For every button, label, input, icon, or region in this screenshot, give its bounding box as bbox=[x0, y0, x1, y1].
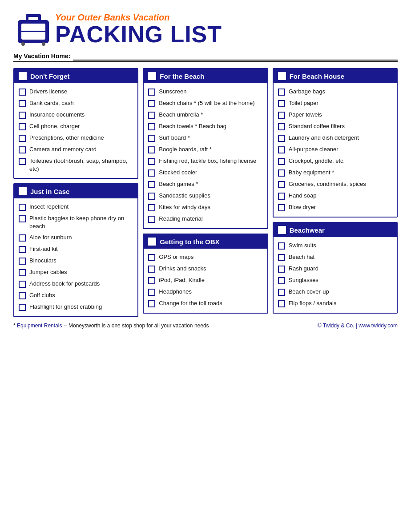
section-dont-forget: Don't Forget Drivers license Bank cards,… bbox=[13, 68, 138, 179]
item-text: Golf clubs bbox=[29, 291, 55, 299]
checkbox[interactable] bbox=[148, 204, 155, 211]
list-item: First-aid kit bbox=[19, 243, 133, 255]
checkbox[interactable] bbox=[19, 258, 26, 265]
checkbox[interactable] bbox=[19, 135, 26, 142]
item-text: GPS or maps bbox=[159, 253, 193, 261]
checkbox[interactable] bbox=[278, 277, 285, 284]
list-item: Beach towels * Beach bag bbox=[148, 121, 262, 132]
list-item: Standard coffee filters bbox=[278, 121, 392, 132]
header-checkbox-beachwear[interactable] bbox=[278, 226, 286, 234]
svg-rect-3 bbox=[38, 14, 41, 21]
checkbox[interactable] bbox=[148, 300, 155, 307]
header-text: Your Outer Banks Vacation PACKING LIST bbox=[55, 12, 222, 46]
checkbox[interactable] bbox=[278, 266, 285, 273]
svg-point-6 bbox=[21, 42, 25, 46]
checkbox[interactable] bbox=[148, 181, 155, 188]
checkbox[interactable] bbox=[148, 277, 155, 284]
list-item: Binoculars bbox=[19, 255, 133, 266]
item-text: Sunglasses bbox=[289, 276, 318, 284]
checkbox[interactable] bbox=[19, 215, 26, 222]
list-item: Surf board * bbox=[148, 132, 262, 144]
checkbox[interactable] bbox=[19, 146, 26, 153]
section-for-beach-house: For Beach House Garbage bags Toilet pape… bbox=[273, 68, 398, 218]
item-text: Sandcastle supplies bbox=[159, 192, 210, 200]
section-body-dont-forget: Drivers license Bank cards, cash Insuran… bbox=[14, 83, 137, 178]
checkbox[interactable] bbox=[148, 146, 155, 153]
checkbox[interactable] bbox=[148, 193, 155, 200]
checkbox[interactable] bbox=[148, 169, 155, 177]
checkbox[interactable] bbox=[278, 146, 285, 153]
luggage-icon bbox=[13, 9, 53, 49]
item-text: Insurance documents bbox=[29, 111, 85, 119]
checkbox[interactable] bbox=[278, 254, 285, 261]
checkbox[interactable] bbox=[148, 254, 155, 261]
checkbox[interactable] bbox=[278, 100, 285, 107]
checkbox[interactable] bbox=[278, 204, 285, 211]
checkbox[interactable] bbox=[278, 112, 285, 119]
item-text: Beach chairs * (5 will be at the home) bbox=[159, 99, 254, 107]
header: Your Outer Banks Vacation PACKING LIST bbox=[13, 9, 398, 49]
checkbox[interactable] bbox=[19, 89, 26, 96]
item-text: Boogie boards, raft * bbox=[159, 145, 212, 153]
item-text: Beach umbrella * bbox=[159, 111, 203, 119]
header-checkbox-getting-to-obx[interactable] bbox=[148, 238, 156, 246]
checkbox[interactable] bbox=[19, 304, 26, 311]
checkbox[interactable] bbox=[278, 242, 285, 250]
checkbox[interactable] bbox=[19, 246, 26, 253]
checkbox[interactable] bbox=[278, 135, 285, 142]
header-checkbox-just-in-case[interactable] bbox=[19, 187, 27, 195]
item-text: Cell phone, charger bbox=[29, 122, 80, 130]
header-checkbox-for-the-beach[interactable] bbox=[148, 72, 156, 80]
checkbox[interactable] bbox=[148, 289, 155, 296]
list-item: Insect repellent bbox=[19, 201, 133, 213]
list-item: Insurance documents bbox=[19, 109, 133, 121]
vacation-home-input[interactable] bbox=[73, 52, 398, 60]
checkbox[interactable] bbox=[278, 300, 285, 307]
checkbox[interactable] bbox=[278, 89, 285, 96]
checkbox[interactable] bbox=[19, 158, 26, 165]
list-item: Sandcastle supplies bbox=[148, 190, 262, 202]
item-text: Camera and memory card bbox=[29, 145, 97, 153]
item-text: Insect repellent bbox=[29, 203, 68, 211]
checkbox[interactable] bbox=[278, 289, 285, 296]
checkbox[interactable] bbox=[148, 112, 155, 119]
section-getting-to-obx: Getting to the OBX GPS or maps Drinks an… bbox=[143, 234, 268, 314]
checkbox[interactable] bbox=[148, 135, 155, 142]
checkbox[interactable] bbox=[148, 266, 155, 273]
list-item: Golf clubs bbox=[19, 290, 133, 301]
checkbox[interactable] bbox=[148, 123, 155, 130]
checkbox[interactable] bbox=[19, 234, 26, 242]
checkbox[interactable] bbox=[278, 123, 285, 130]
header-checkbox-for-beach-house[interactable] bbox=[278, 72, 286, 80]
checkbox[interactable] bbox=[278, 181, 285, 188]
item-text: Reading material bbox=[159, 215, 202, 223]
item-text: Baby equipment * bbox=[289, 169, 334, 177]
checkbox[interactable] bbox=[148, 216, 155, 223]
checkbox[interactable] bbox=[19, 204, 26, 211]
checkbox[interactable] bbox=[19, 112, 26, 119]
item-text: Kites for windy days bbox=[159, 203, 210, 211]
checkbox[interactable] bbox=[19, 281, 26, 288]
checkbox[interactable] bbox=[19, 123, 26, 130]
right-column: For Beach House Garbage bags Toilet pape… bbox=[273, 68, 398, 314]
checkbox[interactable] bbox=[278, 158, 285, 165]
checkbox[interactable] bbox=[278, 193, 285, 200]
checkbox[interactable] bbox=[278, 169, 285, 177]
section-title-beachwear: Beachwear bbox=[290, 226, 325, 234]
twiddy-link[interactable]: www.twiddy.com bbox=[359, 322, 398, 329]
equipment-rentals-link[interactable]: Equipment Rentals bbox=[17, 322, 62, 329]
checkbox[interactable] bbox=[19, 100, 26, 107]
footer: * Equipment Rentals -- Moneysworth is a … bbox=[13, 322, 398, 329]
list-item: Drinks and snacks bbox=[148, 263, 262, 274]
list-item: Sunscreen bbox=[148, 86, 262, 97]
checkbox[interactable] bbox=[19, 269, 26, 276]
checkbox[interactable] bbox=[19, 292, 26, 299]
checkbox[interactable] bbox=[148, 89, 155, 96]
header-checkbox-dont-forget[interactable] bbox=[19, 72, 27, 80]
checkbox[interactable] bbox=[148, 158, 155, 165]
item-text: Aloe for sunburn bbox=[29, 234, 72, 242]
checkbox[interactable] bbox=[148, 100, 155, 107]
item-text: Crockpot, griddle, etc. bbox=[289, 157, 345, 165]
list-item: Stocked cooler bbox=[148, 167, 262, 178]
section-header-getting-to-obx: Getting to the OBX bbox=[144, 234, 267, 249]
